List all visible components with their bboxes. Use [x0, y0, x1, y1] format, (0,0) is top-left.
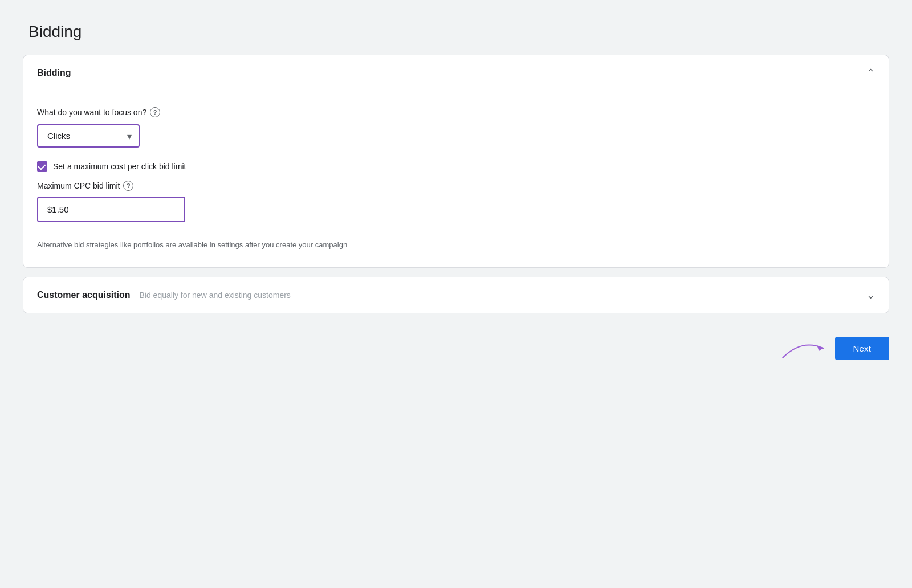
bidding-card-body: What do you want to focus on? ? Clicks I… [23, 91, 889, 267]
max-cpc-checkbox-label: Set a maximum cost per click bid limit [53, 162, 186, 171]
next-button[interactable]: Next [835, 337, 889, 360]
customer-acquisition-card: Customer acquisition Bid equally for new… [23, 277, 889, 313]
bidding-card-collapse-icon[interactable]: ⌃ [866, 67, 875, 79]
page-title: Bidding [28, 23, 889, 41]
customer-acquisition-title: Customer acquisition [37, 290, 131, 300]
bottom-bar: Next [23, 322, 889, 368]
focus-help-icon[interactable]: ? [150, 107, 160, 117]
arrow-annotation [778, 334, 835, 362]
customer-acquisition-header-left: Customer acquisition Bid equally for new… [37, 290, 291, 300]
cpc-label-text: Maximum CPC bid limit [37, 181, 120, 190]
focus-select-wrapper: Clicks Impressions Conversions Conversio… [37, 124, 140, 148]
focus-select[interactable]: Clicks Impressions Conversions Conversio… [37, 124, 140, 148]
customer-acquisition-expand-icon[interactable]: ⌄ [866, 289, 875, 301]
bidding-card: Bidding ⌃ What do you want to focus on? … [23, 55, 889, 268]
alt-bid-note: Alternative bid strategies like portfoli… [37, 240, 875, 249]
focus-label-text: What do you want to focus on? [37, 108, 146, 117]
cpc-field-label: Maximum CPC bid limit ? [37, 181, 875, 191]
max-cpc-checkbox[interactable] [37, 161, 47, 172]
cpc-help-icon[interactable]: ? [123, 181, 133, 191]
max-cpc-checkbox-row[interactable]: Set a maximum cost per click bid limit [37, 161, 875, 172]
bidding-card-header[interactable]: Bidding ⌃ [23, 55, 889, 91]
svg-marker-0 [817, 345, 823, 351]
bidding-card-title: Bidding [37, 68, 71, 78]
customer-acquisition-subtitle: Bid equally for new and existing custome… [139, 291, 290, 300]
customer-acquisition-header[interactable]: Customer acquisition Bid equally for new… [23, 277, 889, 313]
focus-field-label: What do you want to focus on? ? [37, 107, 875, 117]
cpc-input[interactable] [37, 197, 185, 222]
